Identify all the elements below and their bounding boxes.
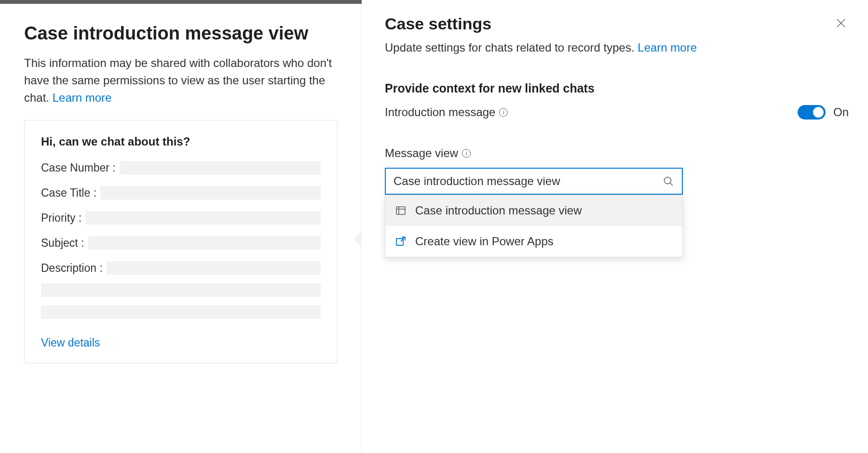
- field-placeholder: [120, 161, 321, 174]
- preview-card: Hi, can we chat about this? Case Number …: [24, 120, 338, 363]
- settings-title: Case settings: [385, 14, 849, 33]
- close-icon: [835, 17, 847, 29]
- message-view-label-group: Message view i: [385, 147, 849, 160]
- field-row-description: Description :: [41, 261, 321, 275]
- preview-panel: Case introduction message view This info…: [0, 0, 362, 453]
- learn-more-link-left[interactable]: Learn more: [53, 91, 112, 104]
- message-view-label: Message view: [385, 147, 458, 160]
- view-details-link[interactable]: View details: [41, 336, 100, 349]
- introduction-message-row: Introduction message i On: [385, 105, 849, 120]
- dropdown-item-label: Create view in Power Apps: [415, 235, 554, 248]
- field-placeholder: [88, 236, 321, 250]
- toggle-state-label: On: [833, 106, 849, 119]
- info-icon[interactable]: i: [462, 149, 471, 158]
- message-view-combobox: Case introduction message view Create vi…: [385, 168, 683, 195]
- settings-description: Update settings for chats related to rec…: [385, 41, 849, 54]
- svg-line-3: [670, 183, 673, 186]
- field-placeholder: [41, 283, 321, 297]
- section-heading: Provide context for new linked chats: [385, 81, 849, 95]
- callout-arrow-icon: [354, 231, 362, 247]
- learn-more-link-right[interactable]: Learn more: [637, 41, 697, 54]
- close-button[interactable]: [834, 16, 848, 30]
- toggle-label-group: Introduction message i: [385, 106, 508, 119]
- introduction-message-label: Introduction message: [385, 106, 495, 119]
- settings-description-text: Update settings for chats related to rec…: [385, 41, 637, 54]
- introduction-message-toggle[interactable]: [798, 105, 826, 120]
- field-placeholder: [107, 261, 321, 275]
- dropdown-item-label: Case introduction message view: [415, 204, 582, 217]
- settings-panel: Case settings Update settings for chats …: [362, 0, 868, 453]
- card-greeting: Hi, can we chat about this?: [41, 135, 321, 148]
- field-placeholder: [85, 211, 321, 225]
- toggle-control: On: [798, 105, 849, 120]
- description-extra-lines: [41, 283, 321, 319]
- field-placeholder: [100, 186, 321, 200]
- preview-description: This information may be shared with coll…: [24, 54, 338, 107]
- dropdown-item-create-view[interactable]: Create view in Power Apps: [385, 226, 682, 257]
- field-label-case-number: Case Number :: [41, 161, 116, 174]
- open-external-icon: [395, 236, 407, 247]
- dropdown-item-existing-view[interactable]: Case introduction message view: [385, 195, 682, 226]
- svg-rect-4: [396, 207, 405, 214]
- field-row-subject: Subject :: [41, 236, 321, 250]
- field-label-case-title: Case Title :: [41, 187, 96, 200]
- field-label-description: Description :: [41, 262, 103, 275]
- preview-title: Case introduction message view: [24, 23, 338, 44]
- field-label-subject: Subject :: [41, 237, 84, 250]
- field-row-priority: Priority :: [41, 211, 321, 225]
- message-view-dropdown: Case introduction message view Create vi…: [385, 195, 683, 257]
- info-icon[interactable]: i: [499, 108, 508, 117]
- field-placeholder: [41, 306, 321, 319]
- toggle-knob: [813, 107, 824, 118]
- field-row-case-title: Case Title :: [41, 186, 321, 200]
- message-view-input-box[interactable]: [385, 168, 683, 195]
- field-row-case-number: Case Number :: [41, 161, 321, 174]
- message-view-input[interactable]: [393, 174, 663, 188]
- view-icon: [395, 205, 407, 216]
- svg-point-2: [665, 177, 671, 184]
- search-icon: [663, 175, 674, 187]
- field-label-priority: Priority :: [41, 212, 81, 225]
